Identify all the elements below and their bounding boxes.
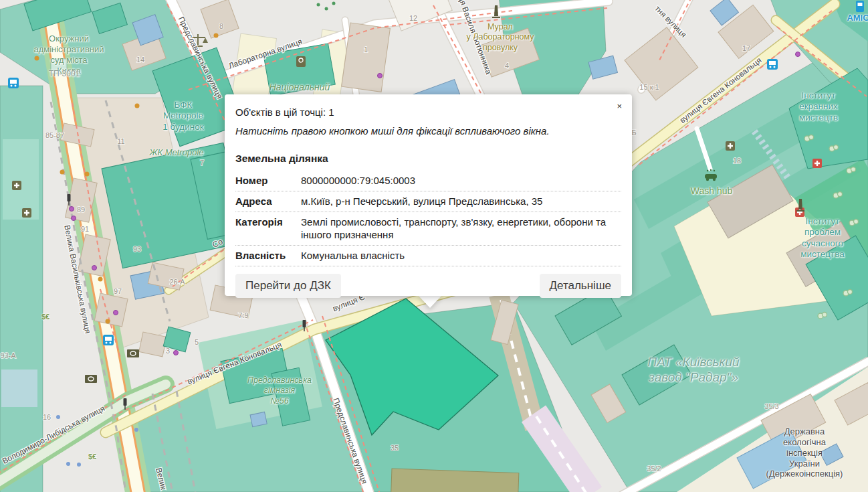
building-number: 4 bbox=[505, 62, 509, 70]
bank-icon bbox=[127, 349, 139, 357]
fuel-station-icon bbox=[856, 1, 864, 12]
bus-stop-icon bbox=[767, 59, 778, 70]
close-icon[interactable]: × bbox=[614, 100, 625, 112]
pharmacy-icon bbox=[726, 141, 735, 151]
building-number: 12 bbox=[409, 14, 417, 22]
field-label: Категорія bbox=[235, 216, 300, 241]
field-value: Комунальна власність bbox=[301, 249, 621, 262]
building-number: 15 к 1 bbox=[639, 83, 659, 91]
table-row: Власність Комунальна власність bbox=[235, 246, 621, 266]
field-value: Землі промисловості, транспорту, зв'язку… bbox=[301, 216, 621, 241]
poi-dot-green bbox=[317, 2, 336, 11]
field-value: м.Київ, р-н Печерський, вулиця Предслави… bbox=[301, 195, 621, 208]
field-label: Номер bbox=[235, 174, 300, 187]
map-app: { "popup": { "close": "×", "line_objects… bbox=[0, 0, 868, 492]
building-number: 35/3 bbox=[764, 402, 778, 410]
building-number: 7 bbox=[200, 159, 204, 167]
building-number: 11 bbox=[117, 137, 124, 145]
building-number: 89 bbox=[77, 206, 85, 214]
building-number: 35/2 bbox=[647, 465, 661, 473]
field-label: Адреса bbox=[235, 195, 300, 208]
map-popup: × Об'єктів в цій точці: 1 Натисніть прав… bbox=[225, 94, 632, 296]
go-to-dzk-button[interactable]: Перейти до ДЗК bbox=[235, 274, 341, 298]
popup-section-title: Земельна ділянка bbox=[235, 153, 621, 165]
bus-stop-icon bbox=[8, 78, 19, 88]
table-row: Номер 8000000000:79:045:0003 bbox=[235, 171, 621, 191]
popup-hint: Натисніть правою кнопкою миші для фіксац… bbox=[235, 125, 621, 137]
building-number: 93 bbox=[133, 245, 141, 253]
building-number: 18 bbox=[733, 157, 741, 165]
building-number: 5 bbox=[195, 338, 199, 346]
bus-stop-icon bbox=[103, 335, 114, 345]
popup-objects-count: Об'єктів в цій точці: 1 bbox=[235, 106, 621, 118]
building-number: 14 bbox=[136, 56, 144, 64]
currency-exchange-icon: $€ bbox=[41, 313, 49, 321]
building-number: 7:9 bbox=[238, 311, 248, 319]
building-number: 8 bbox=[219, 22, 223, 30]
building-number: 3 bbox=[166, 347, 170, 355]
building-number: Б bbox=[631, 129, 636, 137]
building-number: 16 bbox=[43, 413, 51, 421]
pharmacy-icon bbox=[12, 181, 21, 190]
field-label: Власність bbox=[235, 249, 300, 262]
building-number: 1 bbox=[364, 46, 368, 54]
clinic-icon bbox=[812, 159, 822, 168]
field-value: 8000000000:79:045:0003 bbox=[301, 174, 621, 187]
table-row: Адреса м.Київ, р-н Печерський, вулиця Пр… bbox=[235, 191, 621, 212]
pharmacy-icon bbox=[22, 208, 31, 218]
building-number: 97 bbox=[114, 287, 122, 295]
popup-buttons: Перейти до ДЗК Детальніше bbox=[235, 274, 621, 298]
parcel-info-table: Номер 8000000000:79:045:0003 Адреса м.Ки… bbox=[235, 171, 621, 266]
building-number: 93-А bbox=[0, 351, 16, 359]
building-number: 35 bbox=[391, 444, 399, 452]
table-row: Категорія Землі промисловості, транспорт… bbox=[235, 212, 621, 246]
building-number: 17 bbox=[742, 44, 750, 52]
theatre-icon bbox=[296, 56, 306, 67]
details-button[interactable]: Детальніше bbox=[540, 274, 622, 298]
building-number: 85-87 bbox=[45, 131, 64, 139]
currency-exchange-icon: $€ bbox=[88, 453, 96, 461]
bank-icon bbox=[85, 375, 97, 383]
building-number: 91 bbox=[81, 225, 89, 233]
building-number: 26-А bbox=[169, 278, 185, 286]
